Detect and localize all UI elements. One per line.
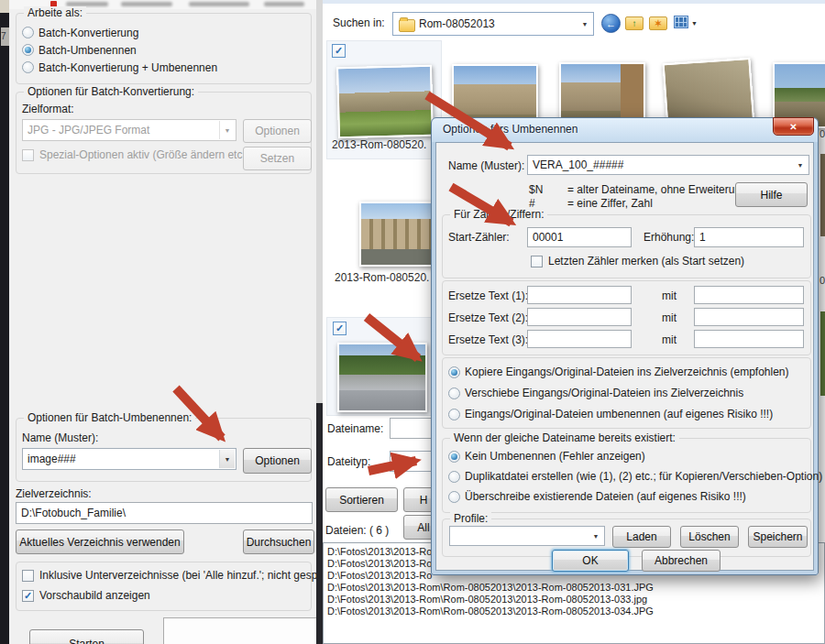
thumbnail-photo-street[interactable] [337, 343, 427, 412]
rename-options-legend: Optionen für Batch-Umbenennen: [24, 411, 195, 424]
radio-batch-konv-umbenennen[interactable] [22, 61, 34, 73]
file-type-value: Häu [395, 455, 415, 468]
radio-batch-konv-umbenennen-label[interactable]: Batch-Konvertierung + Umbenennen [38, 61, 217, 74]
ok-button[interactable]: OK [552, 550, 629, 572]
delete-profile-button[interactable]: Löschen [680, 526, 739, 548]
help-button[interactable]: Hilfe [735, 182, 808, 207]
radio-batch-umbenennen[interactable] [22, 44, 34, 56]
replace-2-with-input[interactable] [694, 308, 804, 326]
radio-duplicate[interactable] [448, 471, 460, 483]
look-in-value: Rom-08052013 [419, 17, 495, 30]
status-panel [163, 617, 318, 644]
thumbnail-photo-arch[interactable] [336, 65, 434, 139]
radio-batch-konvertierung-label[interactable]: Batch-Konvertierung [38, 27, 138, 39]
dialog-title: Optionen fürs Umbenennen [443, 123, 578, 136]
zielformat-value: JPG - JPG/JPEG Format [28, 124, 149, 136]
rename-optionen-button[interactable]: Optionen [243, 448, 312, 474]
radio-rename-originals-label[interactable]: Eingangs/Original-Dateien umbenennen (au… [465, 408, 773, 420]
chevron-down-icon[interactable]: ▼ [578, 14, 592, 34]
replace-1-label: Ersetze Text (1): [448, 289, 528, 302]
save-profile-button[interactable]: Speichern [748, 526, 808, 548]
replace-2-mit-label: mit [662, 311, 676, 324]
radio-copy-originals-label[interactable]: Kopiere Eingangs/Original-Dateien ins Zi… [465, 366, 789, 378]
increment-input[interactable] [694, 227, 804, 247]
chevron-down-icon[interactable]: ▼ [588, 528, 603, 544]
replace-3-input[interactable] [527, 330, 632, 348]
replace-3-mit-label: mit [662, 333, 676, 346]
replace-3-with-input[interactable] [694, 330, 804, 348]
file-list-item[interactable]: D:\Fotos\2013\2013-Rom\Rom-08052013\2013… [327, 594, 824, 606]
new-folder-icon[interactable]: ✶ [649, 16, 667, 30]
menu-item-blur [264, 2, 304, 6]
pattern-combobox[interactable]: image### ▼ [22, 448, 236, 470]
pattern-label: Name (Muster): [22, 431, 98, 444]
remember-counter-label[interactable]: Letzten Zähler merken (als Start setzen) [548, 255, 744, 267]
folder-icon [399, 19, 415, 32]
sort-button[interactable]: Sortieren [325, 487, 398, 512]
background-window-strip [0, 0, 9, 644]
work-as-legend: Arbeite als: [24, 6, 86, 19]
setzen-button[interactable]: Setzen [243, 147, 312, 170]
radio-no-rename[interactable] [448, 451, 460, 463]
radio-move-originals-label[interactable]: Verschiebe Eingangs/Original-Dateien ins… [465, 387, 743, 399]
chevron-down-icon[interactable]: ▼ [219, 450, 235, 468]
radio-no-rename-label[interactable]: Kein Umbenennen (Fehler anzeigen) [465, 450, 645, 463]
chevron-down-icon[interactable]: ▼ [793, 157, 808, 173]
file-list-item[interactable]: D:\Fotos\2013\2013-Rom\Rom-08052013\2013… [327, 606, 824, 617]
radio-batch-konvertierung[interactable] [22, 27, 34, 38]
load-profile-button[interactable]: Laden [612, 526, 671, 548]
dialog-body: Name (Muster): VERA_100_##### ▼ $N = alt… [435, 142, 814, 571]
use-current-dir-button[interactable]: Aktuelles Verzeichnis verwenden [16, 529, 184, 554]
radio-duplicate-label[interactable]: Duplikatdatei erstellen (wie (1), (2) et… [465, 470, 822, 483]
edge-photo-sliver [820, 154, 825, 236]
zielformat-label: Zielformat: [22, 103, 74, 115]
start-button[interactable]: Starten [29, 629, 144, 644]
close-button[interactable]: ✕ [773, 117, 814, 136]
back-icon[interactable]: ← [601, 14, 621, 33]
radio-overwrite-label[interactable]: Überschreibe existierende Dateien (auf e… [465, 490, 746, 503]
browse-button[interactable]: Durchsuchen [243, 529, 314, 554]
include-subdirs-label[interactable]: Inklusive Unterverzeichnisse (bei 'Alle … [39, 569, 324, 582]
hint-text-1: = alter Dateiname, ohne Erweiterung [567, 183, 747, 196]
spezial-optionen-label[interactable]: Spezial-Optionen aktiv (Größe ändern etc… [39, 148, 249, 161]
file-type-label: Dateityp: [327, 455, 370, 468]
replace-2-input[interactable] [527, 308, 632, 326]
spezial-optionen-checkbox[interactable] [22, 149, 34, 161]
thumbnail-1-checkbox[interactable]: ✓ [332, 44, 346, 58]
menu-item-blur [189, 2, 249, 6]
profile-combobox[interactable]: ▼ [449, 526, 605, 546]
radio-move-originals[interactable] [448, 387, 460, 399]
replace-1-with-input[interactable] [694, 286, 804, 304]
start-counter-input[interactable] [527, 227, 632, 247]
up-one-level-icon[interactable]: ↑ [625, 16, 644, 30]
replace-1-input[interactable] [527, 286, 632, 304]
views-icon[interactable] [674, 16, 688, 28]
look-in-label: Suchen in: [333, 16, 385, 29]
target-dir-input[interactable] [16, 502, 313, 524]
zielformat-combobox[interactable]: JPG - JPG/JPEG Format ▼ [22, 119, 236, 141]
file-list-item[interactable]: D:\Fotos\2013\2013-Rom\Rom-08052013\2013… [327, 582, 824, 594]
conversion-optionen-button[interactable]: Optionen [243, 119, 312, 143]
include-subdirs-checkbox[interactable] [22, 570, 34, 582]
hint-text-2: = eine Ziffer, Zahl [567, 197, 653, 210]
dialog-pattern-value: VERA_100_##### [533, 158, 623, 171]
up-arrow-glyph: ↑ [632, 19, 637, 28]
look-in-combobox[interactable]: Rom-08052013 ▼ [392, 12, 594, 36]
menu-item-blur [121, 2, 172, 6]
radio-overwrite[interactable] [448, 491, 460, 503]
show-preview-checkbox[interactable]: ✓ [22, 590, 34, 602]
remember-counter-checkbox[interactable] [531, 256, 543, 267]
chevron-down-icon[interactable]: ▼ [219, 121, 235, 139]
dialog-pattern-combobox[interactable]: VERA_100_##### ▼ [527, 155, 809, 175]
views-chevron-icon[interactable]: ▼ [691, 20, 698, 27]
window-gap-dark [316, 403, 323, 644]
radio-batch-umbenennen-label[interactable]: Batch-Umbenennen [38, 44, 137, 57]
background-window-badge: 7 [1, 27, 9, 46]
cancel-button[interactable]: Abbrechen [642, 550, 720, 572]
background-window-patch [0, 0, 9, 13]
radio-copy-originals[interactable] [448, 366, 460, 378]
radio-rename-originals[interactable] [448, 409, 460, 420]
show-preview-label[interactable]: Vorschaubild anzeigen [39, 589, 150, 602]
file-name-label: Dateiname: [327, 422, 383, 435]
thumbnail-3-checkbox[interactable]: ✓ [333, 322, 346, 335]
